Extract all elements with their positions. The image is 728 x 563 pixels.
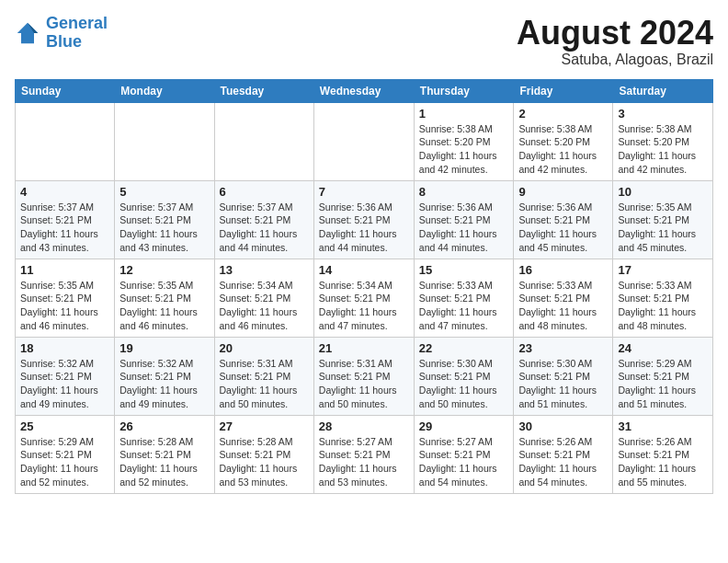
calendar-cell: 2Sunrise: 5:38 AMSunset: 5:20 PMDaylight…: [514, 102, 613, 180]
day-info: Sunrise: 5:33 AMSunset: 5:21 PMDaylight:…: [419, 279, 509, 333]
day-info: Sunrise: 5:27 AMSunset: 5:21 PMDaylight:…: [419, 435, 509, 489]
calendar-cell: 27Sunrise: 5:28 AMSunset: 5:21 PMDayligh…: [214, 415, 313, 493]
day-info: Sunrise: 5:31 AMSunset: 5:21 PMDaylight:…: [319, 357, 409, 411]
day-info: Sunrise: 5:26 AMSunset: 5:21 PMDaylight:…: [618, 435, 708, 489]
day-number: 23: [518, 341, 608, 355]
calendar-cell: 9Sunrise: 5:36 AMSunset: 5:21 PMDaylight…: [514, 180, 613, 259]
day-info: Sunrise: 5:27 AMSunset: 5:21 PMDaylight:…: [319, 435, 409, 489]
day-number: 21: [319, 341, 409, 355]
day-info: Sunrise: 5:38 AMSunset: 5:20 PMDaylight:…: [618, 122, 708, 177]
day-number: 1: [419, 107, 509, 121]
calendar-table: SundayMondayTuesdayWednesdayThursdayFrid…: [15, 79, 713, 494]
day-number: 15: [419, 263, 509, 277]
calendar-cell: 1Sunrise: 5:38 AMSunset: 5:20 PMDaylight…: [414, 102, 514, 180]
day-info: Sunrise: 5:29 AMSunset: 5:21 PMDaylight:…: [20, 435, 109, 489]
calendar-cell: 23Sunrise: 5:30 AMSunset: 5:21 PMDayligh…: [514, 337, 613, 415]
calendar-cell: [16, 102, 115, 180]
day-number: 22: [419, 341, 509, 355]
logo-icon: [15, 20, 40, 46]
day-number: 29: [419, 419, 509, 433]
day-number: 31: [618, 419, 708, 433]
calendar-cell: 4Sunrise: 5:37 AMSunset: 5:21 PMDaylight…: [16, 180, 115, 259]
logo: General Blue: [15, 15, 108, 52]
day-info: Sunrise: 5:33 AMSunset: 5:21 PMDaylight:…: [618, 279, 708, 333]
calendar-cell: 8Sunrise: 5:36 AMSunset: 5:21 PMDaylight…: [414, 180, 514, 259]
calendar-cell: 11Sunrise: 5:35 AMSunset: 5:21 PMDayligh…: [16, 259, 115, 337]
calendar-cell: 30Sunrise: 5:26 AMSunset: 5:21 PMDayligh…: [514, 415, 613, 493]
day-info: Sunrise: 5:36 AMSunset: 5:21 PMDaylight:…: [518, 201, 608, 255]
day-header-wednesday: Wednesday: [313, 79, 414, 102]
calendar-cell: 25Sunrise: 5:29 AMSunset: 5:21 PMDayligh…: [16, 415, 115, 493]
week-row-2: 4Sunrise: 5:37 AMSunset: 5:21 PMDaylight…: [16, 180, 713, 259]
day-number: 20: [220, 341, 309, 355]
day-info: Sunrise: 5:28 AMSunset: 5:21 PMDaylight:…: [119, 435, 209, 489]
day-number: 2: [518, 107, 608, 121]
day-number: 8: [419, 185, 509, 199]
calendar-cell: 24Sunrise: 5:29 AMSunset: 5:21 PMDayligh…: [613, 337, 713, 415]
day-info: Sunrise: 5:31 AMSunset: 5:21 PMDaylight:…: [220, 357, 309, 411]
day-number: 3: [618, 107, 708, 121]
calendar-cell: 18Sunrise: 5:32 AMSunset: 5:21 PMDayligh…: [16, 337, 115, 415]
calendar-cell: 26Sunrise: 5:28 AMSunset: 5:21 PMDayligh…: [115, 415, 214, 493]
day-number: 7: [319, 185, 409, 199]
day-info: Sunrise: 5:32 AMSunset: 5:21 PMDaylight:…: [20, 357, 109, 411]
day-number: 19: [119, 341, 209, 355]
day-info: Sunrise: 5:35 AMSunset: 5:21 PMDaylight:…: [119, 279, 209, 333]
calendar-cell: 5Sunrise: 5:37 AMSunset: 5:21 PMDaylight…: [115, 180, 214, 259]
week-row-3: 11Sunrise: 5:35 AMSunset: 5:21 PMDayligh…: [16, 259, 713, 337]
day-number: 17: [618, 263, 708, 277]
day-number: 30: [518, 419, 608, 433]
calendar-cell: [214, 102, 313, 180]
day-number: 18: [20, 341, 109, 355]
day-number: 11: [20, 263, 109, 277]
day-info: Sunrise: 5:34 AMSunset: 5:21 PMDaylight:…: [220, 279, 309, 333]
day-info: Sunrise: 5:36 AMSunset: 5:21 PMDaylight:…: [419, 201, 509, 255]
title-block: August 2024 Satuba, Alagoas, Brazil: [517, 15, 713, 68]
day-info: Sunrise: 5:30 AMSunset: 5:21 PMDaylight:…: [419, 357, 509, 411]
day-info: Sunrise: 5:36 AMSunset: 5:21 PMDaylight:…: [319, 201, 409, 255]
calendar-cell: 12Sunrise: 5:35 AMSunset: 5:21 PMDayligh…: [115, 259, 214, 337]
day-number: 27: [220, 419, 309, 433]
calendar-cell: 14Sunrise: 5:34 AMSunset: 5:21 PMDayligh…: [313, 259, 414, 337]
logo-text: General Blue: [46, 15, 108, 52]
calendar-cell: 29Sunrise: 5:27 AMSunset: 5:21 PMDayligh…: [414, 415, 514, 493]
calendar-cell: 3Sunrise: 5:38 AMSunset: 5:20 PMDaylight…: [613, 102, 713, 180]
calendar-cell: 31Sunrise: 5:26 AMSunset: 5:21 PMDayligh…: [613, 415, 713, 493]
day-info: Sunrise: 5:37 AMSunset: 5:21 PMDaylight:…: [20, 201, 109, 255]
day-info: Sunrise: 5:26 AMSunset: 5:21 PMDaylight:…: [518, 435, 608, 489]
day-number: 4: [20, 185, 109, 199]
week-row-4: 18Sunrise: 5:32 AMSunset: 5:21 PMDayligh…: [16, 337, 713, 415]
day-info: Sunrise: 5:37 AMSunset: 5:21 PMDaylight:…: [119, 201, 209, 255]
day-info: Sunrise: 5:35 AMSunset: 5:21 PMDaylight:…: [618, 201, 708, 255]
day-number: 12: [119, 263, 209, 277]
calendar-cell: 16Sunrise: 5:33 AMSunset: 5:21 PMDayligh…: [514, 259, 613, 337]
day-info: Sunrise: 5:37 AMSunset: 5:21 PMDaylight:…: [220, 201, 309, 255]
calendar-cell: 20Sunrise: 5:31 AMSunset: 5:21 PMDayligh…: [214, 337, 313, 415]
day-header-friday: Friday: [514, 79, 613, 102]
day-info: Sunrise: 5:38 AMSunset: 5:20 PMDaylight:…: [419, 122, 509, 177]
day-info: Sunrise: 5:32 AMSunset: 5:21 PMDaylight:…: [119, 357, 209, 411]
day-number: 16: [518, 263, 608, 277]
week-row-5: 25Sunrise: 5:29 AMSunset: 5:21 PMDayligh…: [16, 415, 713, 493]
calendar-cell: 17Sunrise: 5:33 AMSunset: 5:21 PMDayligh…: [613, 259, 713, 337]
day-info: Sunrise: 5:28 AMSunset: 5:21 PMDaylight:…: [220, 435, 309, 489]
day-number: 24: [618, 341, 708, 355]
page-header: General Blue August 2024 Satuba, Alagoas…: [15, 15, 713, 68]
day-number: 14: [319, 263, 409, 277]
day-header-tuesday: Tuesday: [214, 79, 313, 102]
calendar-cell: 22Sunrise: 5:30 AMSunset: 5:21 PMDayligh…: [414, 337, 514, 415]
day-number: 28: [319, 419, 409, 433]
day-header-sunday: Sunday: [16, 79, 115, 102]
calendar-cell: [115, 102, 214, 180]
day-header-monday: Monday: [115, 79, 214, 102]
day-info: Sunrise: 5:34 AMSunset: 5:21 PMDaylight:…: [319, 279, 409, 333]
calendar-cell: 13Sunrise: 5:34 AMSunset: 5:21 PMDayligh…: [214, 259, 313, 337]
day-info: Sunrise: 5:38 AMSunset: 5:20 PMDaylight:…: [518, 122, 608, 177]
day-number: 9: [518, 185, 608, 199]
day-header-saturday: Saturday: [613, 79, 713, 102]
calendar-cell: 15Sunrise: 5:33 AMSunset: 5:21 PMDayligh…: [414, 259, 514, 337]
day-info: Sunrise: 5:33 AMSunset: 5:21 PMDaylight:…: [518, 279, 608, 333]
day-number: 25: [20, 419, 109, 433]
calendar-cell: 28Sunrise: 5:27 AMSunset: 5:21 PMDayligh…: [313, 415, 414, 493]
day-number: 5: [119, 185, 209, 199]
